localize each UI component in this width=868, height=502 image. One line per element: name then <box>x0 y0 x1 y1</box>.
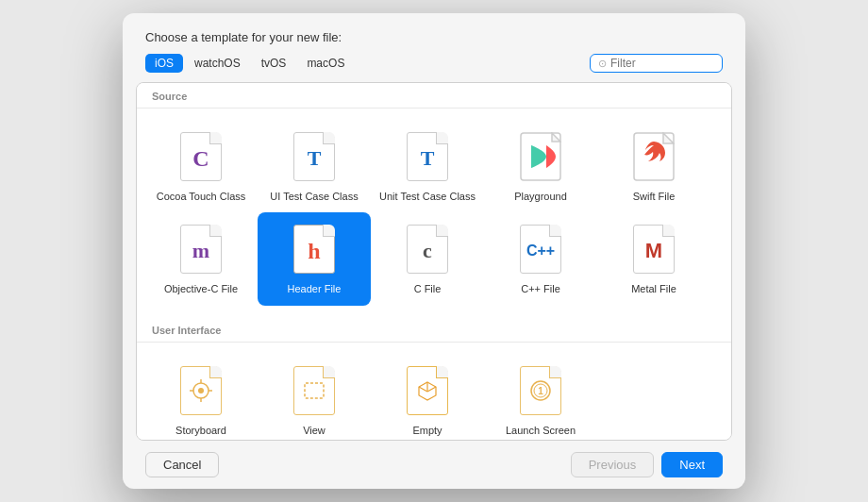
cpp-file-label: C++ File <box>521 282 560 295</box>
launch-screen-icon: 1 <box>516 363 565 418</box>
ui-test-label: UI Test Case Class <box>270 190 358 203</box>
source-section-header: Source <box>137 83 731 109</box>
filter-box: ⊙ <box>590 54 723 73</box>
empty-icon <box>403 363 452 418</box>
launch-screen-label: Launch Screen <box>506 424 576 437</box>
storyboard-icon <box>176 363 225 418</box>
metal-file-label: Metal File <box>631 282 676 295</box>
platform-tab-bar: iOS watchOS tvOS macOS ⊙ <box>123 54 745 82</box>
cancel-button[interactable]: Cancel <box>145 452 219 477</box>
previous-button[interactable]: Previous <box>571 452 655 477</box>
tab-watchos[interactable]: watchOS <box>185 54 250 73</box>
cpp-file-item[interactable]: C++ C++ File <box>484 212 597 305</box>
header-file-label: Header File <box>288 282 342 295</box>
next-button[interactable]: Next <box>661 452 723 477</box>
tab-tvos[interactable]: tvOS <box>252 54 296 73</box>
storyboard-item[interactable]: Storyboard <box>144 354 258 441</box>
swift-file-icon <box>629 129 678 184</box>
tab-macos[interactable]: macOS <box>297 54 354 73</box>
svg-line-12 <box>427 387 436 392</box>
empty-label: Empty <box>412 424 442 437</box>
view-icon <box>290 363 339 418</box>
objc-file-item[interactable]: m Objective-C File <box>144 212 258 305</box>
ui-test-icon: T <box>290 129 339 184</box>
playground-item[interactable]: Playground <box>484 120 597 212</box>
objc-file-icon: m <box>176 222 225 276</box>
filter-icon: ⊙ <box>598 58 607 70</box>
view-item[interactable]: View <box>258 354 371 441</box>
nav-buttons: Previous Next <box>571 452 723 477</box>
ui-test-item[interactable]: T UI Test Case Class <box>258 120 371 212</box>
new-file-dialog: Choose a template for your new file: iOS… <box>123 13 745 489</box>
svg-line-11 <box>419 387 427 392</box>
metal-file-icon: M <box>629 222 678 276</box>
svg-point-3 <box>198 388 204 393</box>
dialog-title: Choose a template for your new file: <box>123 13 745 54</box>
objc-file-label: Objective-C File <box>164 282 238 295</box>
header-file-icon: h <box>290 222 339 276</box>
view-label: View <box>303 424 326 437</box>
swift-file-item[interactable]: Swift File <box>597 120 710 212</box>
cpp-file-icon: C++ <box>516 222 565 276</box>
cocoa-touch-label: Cocoa Touch Class <box>157 190 246 203</box>
template-content: Source C Cocoa Touch Class T UI Test C <box>136 82 732 441</box>
filter-input[interactable] <box>610 57 714 70</box>
swift-file-label: Swift File <box>633 190 676 203</box>
launch-screen-item[interactable]: 1 Launch Screen <box>484 354 597 441</box>
ui-file-grid: Storyboard View <box>137 343 731 441</box>
unit-test-icon: T <box>403 129 452 184</box>
cocoa-touch-icon: C <box>176 129 225 184</box>
tab-ios[interactable]: iOS <box>145 54 183 73</box>
cocoa-touch-item[interactable]: C Cocoa Touch Class <box>144 120 258 212</box>
ui-section-header: User Interface <box>137 317 731 343</box>
playground-icon <box>516 129 565 184</box>
playground-label: Playground <box>514 190 567 203</box>
c-file-item[interactable]: c C File <box>371 212 484 305</box>
dialog-footer: Cancel Previous Next <box>123 441 745 489</box>
svg-rect-8 <box>305 383 324 398</box>
unit-test-item[interactable]: T Unit Test Case Class <box>371 120 484 212</box>
c-file-label: C File <box>414 282 442 295</box>
unit-test-label: Unit Test Case Class <box>379 190 476 203</box>
empty-item[interactable]: Empty <box>371 354 484 441</box>
metal-file-item[interactable]: M Metal File <box>597 212 710 305</box>
storyboard-label: Storyboard <box>175 424 226 437</box>
source-file-grid: C Cocoa Touch Class T UI Test Case Class <box>137 109 731 317</box>
c-file-icon: c <box>403 222 452 276</box>
svg-text:1: 1 <box>538 386 543 396</box>
header-file-item[interactable]: h Header File <box>258 212 371 305</box>
